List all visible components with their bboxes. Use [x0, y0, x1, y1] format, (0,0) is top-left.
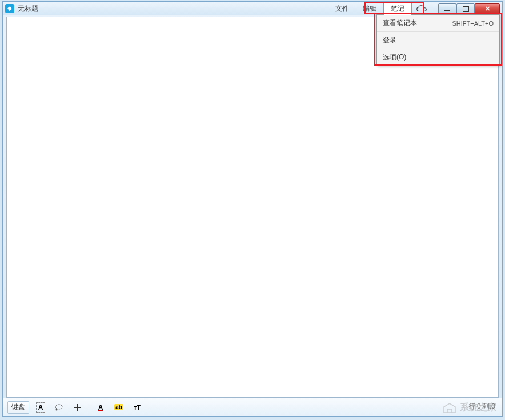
menu-file[interactable]: 文件 — [328, 2, 356, 15]
window-title: 无标题 — [18, 4, 328, 14]
add-icon[interactable] — [70, 401, 84, 414]
font-color-icon[interactable]: A — [94, 401, 107, 414]
status-position: 行:0 列:0 — [468, 402, 495, 411]
toolbar-divider — [89, 402, 89, 413]
dropdown-label: 登录 — [383, 35, 396, 45]
window-controls — [438, 3, 500, 14]
editor-area[interactable] — [6, 17, 499, 398]
close-button[interactable] — [475, 3, 500, 14]
lasso-icon[interactable] — [52, 401, 66, 414]
dropdown-item-options[interactable]: 选项(O) — [377, 49, 499, 66]
selection-tool-icon[interactable]: A — [34, 401, 47, 414]
dropdown-item-login[interactable]: 登录 — [377, 32, 499, 49]
menu-edit[interactable]: 编辑 — [356, 2, 383, 15]
highlight-icon[interactable]: ab — [112, 401, 126, 414]
dropdown-shortcut: SHIFT+ALT+O — [452, 20, 494, 27]
cloud-icon[interactable] — [412, 3, 431, 14]
menubar: 文件 编辑 笔记 — [328, 2, 431, 15]
app-window: 无标题 文件 编辑 笔记 查看笔记本 SHIFT+ALT+O 登录 — [2, 1, 503, 417]
text-size-icon[interactable]: тT — [130, 401, 144, 414]
dropdown-label: 查看笔记本 — [383, 18, 417, 28]
keyboard-button[interactable]: 键盘 — [7, 401, 29, 414]
dropdown-label: 选项(O) — [383, 52, 406, 62]
minimize-button[interactable] — [438, 3, 456, 14]
titlebar: 无标题 文件 编辑 笔记 — [3, 2, 502, 15]
maximize-button[interactable] — [456, 3, 475, 14]
svg-point-1 — [56, 409, 58, 410]
app-icon — [5, 4, 14, 13]
menu-note[interactable]: 笔记 — [383, 2, 412, 15]
note-dropdown-menu: 查看笔记本 SHIFT+ALT+O 登录 选项(O) — [376, 14, 500, 66]
bottom-toolbar: 键盘 A A ab тT — [3, 398, 502, 416]
dropdown-item-view-notebook[interactable]: 查看笔记本 SHIFT+ALT+O — [377, 15, 499, 32]
svg-point-0 — [55, 405, 62, 409]
